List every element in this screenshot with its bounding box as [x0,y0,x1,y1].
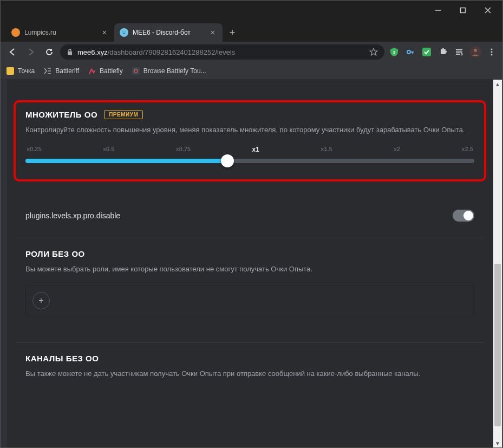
extension-check-icon[interactable] [420,46,433,59]
premium-badge: ПРЕМИУМ [104,110,143,119]
slider-thumb[interactable] [221,154,234,167]
extension-shield-icon[interactable]: 2 [388,46,401,59]
profile-avatar-icon[interactable] [469,46,482,59]
bookmark-label: Точка [18,67,35,75]
roles-description: Вы можете выбрать роли, имея которые пол… [25,264,474,275]
tab-close-icon[interactable]: × [208,27,217,38]
add-role-button[interactable]: + [32,292,50,309]
bookmark-icon [88,67,96,75]
vertical-scrollbar[interactable]: ▲ ▼ [493,80,502,447]
bookmark-item[interactable]: Точка [6,67,35,75]
plus-icon: + [38,296,43,306]
roles-title: РОЛИ БЕЗ ОО [25,249,85,258]
tab-title: Lumpics.ru [24,29,56,36]
divider [16,342,484,343]
slider-mark: x1.5 [321,146,332,153]
bookmark-label: Battleriff [55,67,79,75]
bookmark-star-icon[interactable] [369,48,378,56]
extension-key-icon[interactable] [404,46,417,59]
svg-point-19 [491,54,493,56]
slider-mark: x2.5 [462,146,473,153]
svg-rect-6 [68,51,72,55]
xp-disable-toggle[interactable] [453,210,474,222]
svg-text:2: 2 [393,50,396,55]
channels-description: Вы также можете не дать участникам получ… [25,368,474,380]
xp-multiplier-section: МНОЖИТЕЛЬ ОО ПРЕМИУМ Контролируйте сложн… [14,100,486,181]
browser-tab[interactable]: Lumpics.ru × [6,23,114,42]
channels-title: КАНАЛЫ БЕЗ ОО [25,354,99,363]
scroll-up-arrow-icon[interactable]: ▲ [493,80,502,88]
browser-tabbar: Lumpics.ru × MEE6 - Discord-бот × + [1,20,502,42]
back-button[interactable] [5,44,20,60]
tab-favicon-icon [120,28,128,37]
svg-point-8 [407,50,410,54]
browser-toolbar: mee6.xyz/dashboard/790928162401288252/le… [1,42,502,62]
svg-point-18 [491,51,493,53]
bookmark-label: Browse Battlefy Tou... [143,67,206,75]
no-xp-roles-section: РОЛИ БЕЗ ОО Вы можете выбрать роли, имея… [16,242,484,329]
page-content: МНОЖИТЕЛЬ ОО ПРЕМИУМ Контролируйте сложн… [7,80,493,447]
toggle-label: plugins.levels.xp.pro.disable [25,211,120,220]
svg-point-5 [125,31,126,33]
new-tab-button[interactable]: + [225,25,240,40]
divider [16,238,484,238]
svg-rect-21 [132,67,140,75]
svg-point-17 [491,49,493,50]
tab-favicon-icon [11,28,20,37]
tab-close-icon[interactable]: × [100,27,109,38]
svg-rect-1 [461,8,466,13]
reload-button[interactable] [42,44,57,60]
section-title: МНОЖИТЕЛЬ ОО ПРЕМИУМ [25,110,474,119]
section-title: КАНАЛЫ БЕЗ ОО [25,354,474,363]
slider-mark-active: x1 [252,146,259,153]
address-bar[interactable]: mee6.xyz/dashboard/790928162401288252/le… [60,44,384,60]
bookmark-icon [132,67,140,75]
slider-mark: x0.75 [176,146,191,153]
url-text: mee6.xyz/dashboard/790928162401288252/le… [77,48,235,56]
multiplier-title: МНОЖИТЕЛЬ ОО [25,110,97,119]
scroll-down-arrow-icon[interactable]: ▼ [493,439,502,447]
svg-rect-20 [6,67,14,75]
svg-point-16 [474,49,477,52]
bookmark-item[interactable]: Battlefly [88,67,123,75]
window-titlebar [1,1,502,20]
slider-mark: x2 [394,146,400,153]
slider-fill [25,159,227,163]
section-title: РОЛИ БЕЗ ОО [25,249,474,258]
extensions-puzzle-icon[interactable] [436,46,449,59]
xp-disable-row: plugins.levels.xp.pro.disable [16,197,484,235]
svg-rect-11 [422,48,431,56]
window-maximize-button[interactable] [450,2,475,19]
bookmark-item[interactable]: Browse Battlefy Tou... [132,67,206,75]
browser-menu-icon[interactable] [485,46,498,59]
forward-button[interactable] [23,44,38,60]
roles-add-box: + [25,285,474,316]
bookmarks-bar: Точка Battleriff Battlefly Browse Battle… [1,62,502,80]
slider-marks: x0.25 x0.5 x0.75 x1 x1.5 x2 x2.5 [25,146,474,153]
bookmark-label: Battlefly [100,67,123,75]
slider-mark: x0.25 [27,146,42,153]
slider-mark: x0.5 [103,146,114,153]
reading-list-icon[interactable] [453,46,466,59]
xp-multiplier-slider[interactable] [25,159,474,163]
bookmark-icon [43,67,52,75]
lock-icon [67,48,73,56]
svg-point-4 [122,31,123,33]
tab-title: MEE6 - Discord-бот [133,29,191,36]
bookmark-item[interactable]: Battleriff [43,67,79,75]
no-xp-channels-section: КАНАЛЫ БЕЗ ОО Вы также можете не дать уч… [16,346,484,402]
window-minimize-button[interactable] [426,2,450,19]
toggle-knob [463,211,473,220]
scrollbar-thumb[interactable] [494,264,501,426]
browser-tab-active[interactable]: MEE6 - Discord-бот × [114,23,223,42]
page-viewport: МНОЖИТЕЛЬ ОО ПРЕМИУМ Контролируйте сложн… [1,80,502,447]
window-close-button[interactable] [475,2,500,19]
multiplier-description: Контролируйте сложность повышения уровня… [25,125,474,136]
bookmark-icon [6,67,15,75]
